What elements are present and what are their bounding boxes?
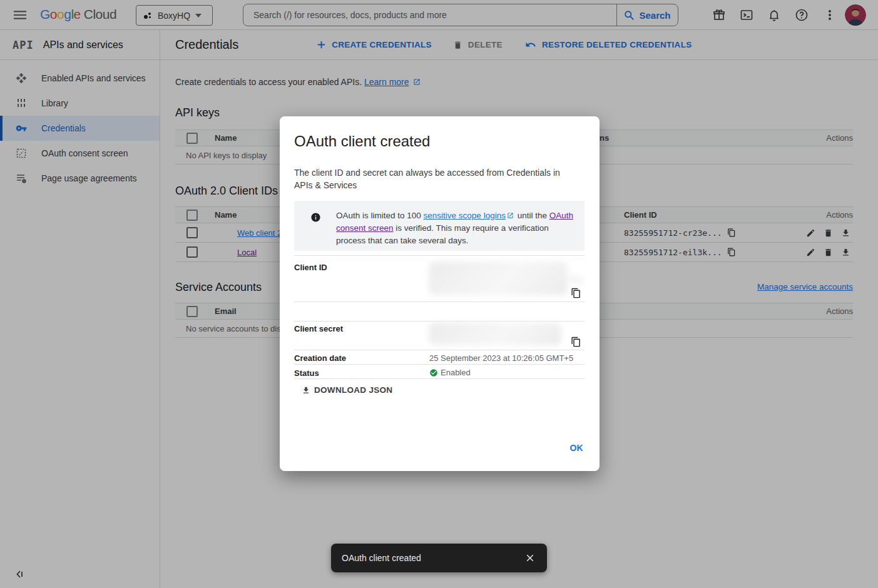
snackbar: OAuth client created [331,544,547,572]
copy-client-secret-icon[interactable] [571,337,581,347]
notice-mid: until the [515,211,549,220]
client-id-redacted-value [568,276,584,284]
notice-link1: sensitive scope logins [424,211,506,220]
oauth-created-dialog: OAuth client created The client ID and s… [280,116,600,471]
client-id-redacted-value [429,261,568,295]
status-value: Enabled [429,368,471,377]
client-secret-label: Client secret [294,324,343,333]
check-circle-icon [429,368,438,377]
client-secret-redacted-value [429,323,561,345]
sensitive-scope-logins-link[interactable]: sensitive scope logins [424,211,506,220]
dialog-description: The client ID and secret can always be a… [294,166,573,191]
divider [294,350,584,350]
status-label: Status [294,368,319,378]
dialog-title: OAuth client created [294,133,430,150]
download-json-label: DOWNLOAD JSON [314,385,392,395]
download-json-button[interactable]: DOWNLOAD JSON [302,385,392,395]
notice-text: OAuth is limited to 100 sensitive scope … [336,210,575,247]
external-link-icon [507,212,514,219]
divider [294,364,584,365]
notice-box: OAuth is limited to 100 sensitive scope … [294,201,584,251]
client-id-label: Client ID [294,263,327,272]
copy-client-id-icon[interactable] [571,288,581,298]
status-text: Enabled [441,368,471,377]
divider [294,378,584,379]
divider [294,255,584,256]
snackbar-message: OAuth client created [342,553,524,563]
ok-button[interactable]: OK [569,443,583,453]
creation-date-value: 25 September 2023 at 10:26:05 GMT+5 [429,353,573,363]
divider [294,321,584,322]
info-icon [310,212,321,223]
download-icon [302,386,310,395]
creation-date-label: Creation date [294,353,346,363]
close-icon[interactable] [524,552,536,564]
divider [294,302,584,302]
notice-pre: OAuth is limited to 100 [336,211,424,220]
